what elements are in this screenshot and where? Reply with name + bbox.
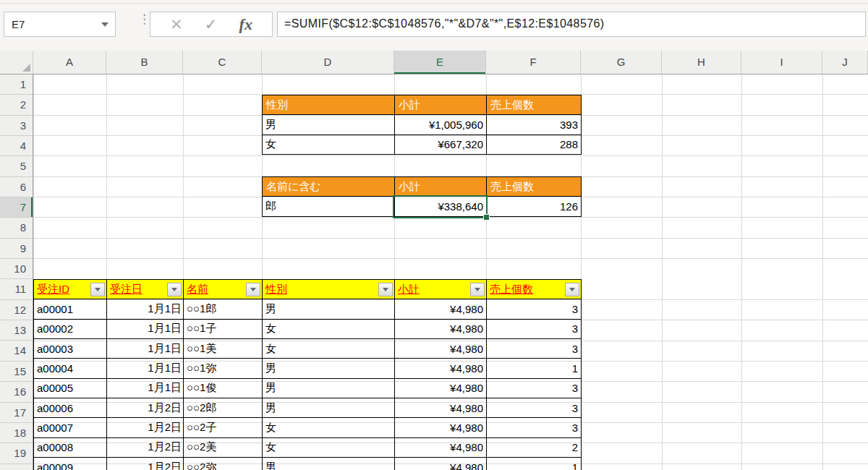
row-header-12[interactable]: 12	[0, 300, 33, 320]
cell-d3[interactable]: 男	[263, 115, 395, 134]
row-header-7-selected[interactable]: 7	[0, 197, 33, 218]
header-subtotal[interactable]: 小計	[395, 95, 487, 115]
cell[interactable]: ○○1美	[184, 339, 263, 359]
row-header-1[interactable]: 1	[0, 74, 33, 95]
cell[interactable]: ○○1俊	[184, 378, 263, 398]
row-header-10[interactable]: 10	[0, 259, 33, 279]
cell[interactable]: 3	[487, 378, 582, 398]
cell[interactable]: 1月2日	[107, 458, 184, 470]
cell-f7[interactable]: 126	[487, 197, 582, 216]
row-header-8[interactable]: 8	[0, 218, 33, 238]
header-subtotal[interactable]: 小計	[395, 177, 487, 197]
column-header-h[interactable]: H	[662, 51, 741, 74]
filter-button[interactable]	[565, 283, 579, 296]
cell[interactable]: 1月1日	[107, 359, 184, 378]
cell[interactable]: 1月1日	[107, 339, 184, 359]
cell[interactable]: 女	[263, 437, 395, 457]
cell[interactable]: 男	[263, 299, 395, 319]
cell-f4[interactable]: 288	[487, 134, 582, 154]
cell[interactable]: 男	[263, 458, 395, 470]
filter-button[interactable]	[167, 283, 182, 296]
cell[interactable]: a00004	[34, 359, 107, 378]
row-header-2[interactable]: 2	[0, 95, 33, 115]
row-header-3[interactable]: 3	[0, 116, 33, 136]
row-header-16[interactable]: 16	[0, 382, 33, 402]
cell[interactable]: a00002	[34, 319, 107, 338]
cell[interactable]: ¥4,980	[395, 319, 487, 338]
column-header-c[interactable]: C	[183, 51, 262, 74]
cell[interactable]: ○○2美	[184, 437, 263, 457]
filter-button[interactable]	[246, 283, 260, 296]
cell[interactable]: 3	[487, 299, 582, 319]
cell[interactable]: ○○2弥	[184, 458, 263, 470]
column-header-e-selected[interactable]: E	[394, 51, 486, 74]
cell[interactable]: ¥4,980	[395, 458, 487, 470]
cell[interactable]: 1月2日	[107, 418, 184, 437]
cell[interactable]: 1	[487, 458, 582, 470]
row-header-15[interactable]: 15	[0, 362, 33, 382]
cell[interactable]: a00009	[34, 458, 107, 470]
cell[interactable]: a00003	[34, 339, 107, 359]
header-gender[interactable]: 性別	[263, 95, 395, 115]
cell[interactable]: ¥4,980	[395, 398, 487, 418]
cell-e3[interactable]: ¥1,005,960	[395, 115, 487, 134]
cell-e4[interactable]: ¥667,320	[395, 134, 487, 154]
column-header-b[interactable]: B	[106, 51, 183, 74]
filter-button[interactable]	[90, 283, 105, 296]
row-header-18[interactable]: 18	[0, 423, 33, 443]
filter-button[interactable]	[378, 283, 393, 296]
fill-handle[interactable]	[483, 214, 490, 221]
row-header-4[interactable]: 4	[0, 136, 33, 156]
header-order-date[interactable]: 受注日	[107, 280, 184, 299]
cell[interactable]: ¥4,980	[395, 299, 487, 319]
cell[interactable]: ¥4,980	[395, 339, 487, 359]
cell[interactable]: 2	[487, 437, 582, 457]
header-units[interactable]: 売上個数	[487, 95, 582, 115]
cell[interactable]: ○○2郎	[184, 398, 263, 418]
cell[interactable]: 1月2日	[107, 398, 184, 418]
name-box[interactable]: E7	[4, 12, 116, 37]
cell[interactable]: 1月1日	[107, 319, 184, 338]
header-gender[interactable]: 性別	[263, 280, 395, 299]
cell[interactable]: 1月2日	[107, 437, 184, 457]
row-header-14[interactable]: 14	[0, 341, 33, 361]
cell[interactable]: ○○1弥	[184, 359, 263, 378]
cell-e7-active[interactable]: ¥338,640	[395, 197, 487, 216]
enter-icon[interactable]: ✓	[205, 17, 218, 32]
cell[interactable]: ○○1子	[184, 319, 263, 338]
cell[interactable]: 1	[487, 359, 582, 378]
cell[interactable]: ¥4,980	[395, 359, 487, 378]
column-header-f[interactable]: F	[486, 51, 581, 74]
row-header-5[interactable]: 5	[0, 156, 33, 176]
cell[interactable]: 男	[263, 378, 395, 398]
cell[interactable]: a00008	[34, 437, 107, 457]
cell[interactable]: 女	[263, 319, 395, 338]
header-name[interactable]: 名前	[184, 280, 263, 299]
column-header-d[interactable]: D	[262, 51, 394, 74]
row-header-20[interactable]: 20	[0, 464, 33, 470]
cell[interactable]: ¥4,980	[395, 437, 487, 457]
column-header-g[interactable]: G	[581, 51, 662, 74]
cell[interactable]: a00005	[34, 378, 107, 398]
cancel-icon[interactable]: ✕	[170, 17, 183, 32]
row-header-6[interactable]: 6	[0, 177, 33, 197]
cell[interactable]: a00001	[34, 299, 107, 319]
insert-function-icon[interactable]: fx	[239, 17, 252, 33]
cell[interactable]: 女	[263, 418, 395, 437]
row-header-11[interactable]: 11	[0, 279, 33, 299]
cell[interactable]: ○○1郎	[184, 299, 263, 319]
row-header-13[interactable]: 13	[0, 320, 33, 341]
cell[interactable]: a00006	[34, 398, 107, 418]
name-box-dropdown-icon[interactable]	[101, 22, 109, 27]
column-header-j[interactable]: J	[822, 51, 868, 74]
header-subtotal[interactable]: 小計	[395, 280, 487, 299]
cell[interactable]: 3	[487, 319, 582, 338]
header-units[interactable]: 売上個数	[487, 280, 582, 299]
filter-button[interactable]	[470, 283, 485, 296]
cell[interactable]: ¥4,980	[395, 418, 487, 437]
column-header-a[interactable]: A	[33, 51, 106, 74]
cell[interactable]: 1月1日	[107, 378, 184, 398]
cell-d7[interactable]: 郎	[263, 197, 395, 216]
header-name-contains[interactable]: 名前に含む	[263, 177, 395, 197]
cell[interactable]: 3	[487, 398, 582, 418]
